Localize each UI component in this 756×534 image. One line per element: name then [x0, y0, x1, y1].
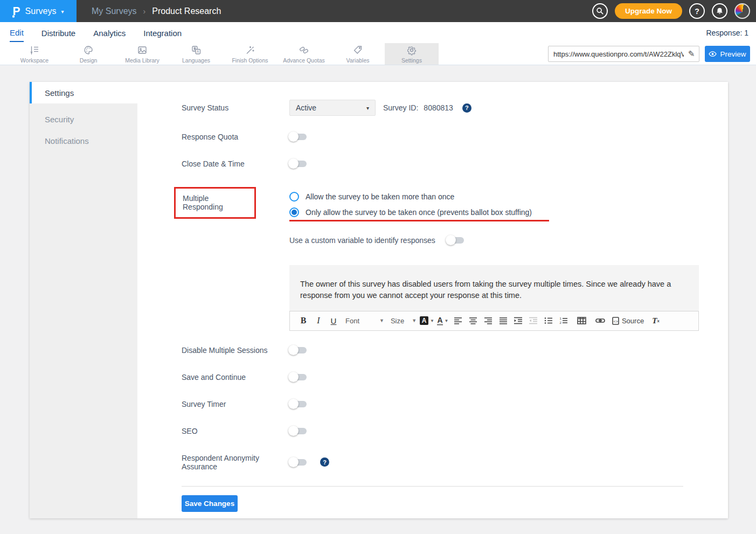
survey-status-select[interactable]: Active ▾	[289, 100, 376, 116]
response-quota-label: Response Quota	[182, 133, 289, 141]
questionpro-logo-icon: P	[13, 5, 20, 17]
multiple-responding-annotation-box: Multiple Responding	[174, 187, 256, 219]
save-changes-button[interactable]: Save Changes	[182, 495, 238, 512]
custom-variable-row: Use a custom variable to identify respon…	[289, 236, 728, 245]
respondent-anonymity-toggle[interactable]	[289, 459, 307, 466]
tool-tab-variables[interactable]: Variables	[331, 43, 385, 65]
justify-button[interactable]	[497, 314, 510, 328]
tool-tab-settings[interactable]: Settings	[385, 43, 439, 65]
design-palette-icon	[83, 45, 94, 56]
insert-link-icon[interactable]	[594, 314, 607, 328]
ballot-box-message-editor: The owner of this survey has disabled us…	[289, 265, 699, 331]
background-color-button[interactable]: A ▼	[420, 314, 434, 328]
respondent-anonymity-label: Respondent Anonymity Assurance	[182, 454, 289, 471]
numbered-list-button[interactable]: 12	[557, 314, 570, 328]
tab-distribute[interactable]: Distribute	[41, 24, 75, 41]
tool-tab-workspace[interactable]: Workspace	[8, 43, 61, 65]
size-dropdown[interactable]: Size ▼	[390, 314, 418, 328]
help-button[interactable]: ?	[689, 3, 705, 19]
decrease-indent-button[interactable]	[527, 314, 540, 328]
increase-indent-button[interactable]	[512, 314, 525, 328]
chevron-down-icon: ▼	[445, 318, 449, 323]
question-mark-icon: ?	[695, 7, 699, 16]
bold-button[interactable]: B	[297, 314, 310, 328]
sidebar-item-label: Notifications	[45, 136, 89, 145]
survey-nav: Edit Distribute Analytics Integration Re…	[0, 22, 756, 43]
survey-timer-row: Survey Timer	[182, 400, 728, 408]
survey-id-help-icon[interactable]: ?	[462, 103, 471, 113]
align-center-button[interactable]	[467, 314, 480, 328]
response-quota-toggle[interactable]	[289, 134, 307, 140]
font-dropdown[interactable]: Font ▼	[342, 314, 387, 328]
background-color-icon: A	[420, 316, 428, 325]
response-quota-row: Response Quota	[182, 133, 728, 141]
tool-tab-finish-options[interactable]: Finish Options	[223, 43, 277, 65]
chevron-down-icon: ▼	[379, 318, 384, 323]
remove-format-button[interactable]: Tx	[649, 314, 662, 328]
preview-button[interactable]: Preview	[705, 46, 750, 62]
workspace-icon	[29, 45, 40, 56]
media-library-icon	[137, 45, 148, 56]
tab-edit[interactable]: Edit	[10, 23, 24, 42]
seo-label: SEO	[182, 427, 289, 435]
bullet-list-button[interactable]	[542, 314, 555, 328]
custom-variable-toggle[interactable]	[447, 237, 464, 244]
radio-option-label: Only allow the survey to be taken once (…	[306, 208, 532, 217]
sidebar-rest: Security Notifications	[30, 103, 137, 518]
search-icon	[596, 7, 604, 15]
editor-message-area[interactable]: The owner of this survey has disabled us…	[289, 265, 699, 311]
settings-content: Survey Status Active ▾ Survey ID: 808081…	[137, 82, 728, 518]
radio-option-more-than-once[interactable]: Allow the survey to be taken more than o…	[289, 192, 549, 202]
tab-integration[interactable]: Integration	[143, 24, 182, 41]
response-count[interactable]: Response: 1	[706, 29, 748, 37]
close-date-toggle[interactable]	[289, 161, 307, 167]
underline-button[interactable]: U	[327, 314, 340, 328]
product-switcher[interactable]: P Surveys ▾	[0, 0, 77, 22]
survey-id-label: Survey ID:	[383, 103, 418, 112]
user-avatar[interactable]	[734, 3, 750, 19]
tab-analytics[interactable]: Analytics	[93, 24, 126, 41]
multiple-responding-label: Multiple Responding	[183, 194, 223, 211]
survey-id-value: 8080813	[424, 103, 453, 112]
respondent-anonymity-help-icon[interactable]: ?	[320, 457, 329, 467]
insert-table-button[interactable]	[575, 314, 588, 328]
align-right-button[interactable]	[482, 314, 495, 328]
tool-tab-advance-quotas[interactable]: Advance Quotas	[277, 43, 331, 65]
disable-multiple-sessions-toggle[interactable]	[289, 347, 307, 353]
search-button[interactable]	[592, 3, 608, 19]
top-header: P Surveys ▾ My Surveys › Product Researc…	[0, 0, 756, 22]
header-actions: Upgrade Now ?	[592, 3, 750, 19]
seo-toggle[interactable]	[289, 428, 307, 434]
respondent-anonymity-row: Respondent Anonymity Assurance ?	[182, 454, 728, 471]
radio-selected-icon[interactable]	[289, 207, 299, 217]
breadcrumb-my-surveys[interactable]: My Surveys	[92, 6, 137, 16]
align-left-button[interactable]	[452, 314, 464, 328]
survey-timer-toggle[interactable]	[289, 401, 307, 407]
tool-tab-design[interactable]: Design	[61, 43, 115, 65]
survey-url-group: https://www.questionpro.com/t/AW22ZklqV …	[548, 46, 699, 62]
survey-url-input[interactable]: https://www.questionpro.com/t/AW22ZklqV	[549, 50, 684, 58]
radio-option-label: Allow the survey to be taken more than o…	[306, 192, 454, 201]
sidebar-item-security[interactable]: Security	[30, 108, 137, 130]
italic-button[interactable]: I	[312, 314, 325, 328]
size-dropdown-label: Size	[391, 317, 404, 325]
save-and-continue-toggle[interactable]	[289, 374, 307, 380]
edit-url-pencil-icon[interactable]: ✎	[684, 49, 699, 59]
source-button[interactable]: <> Source	[612, 314, 644, 328]
upgrade-now-button[interactable]: Upgrade Now	[615, 3, 682, 19]
tool-tab-label: Finish Options	[232, 57, 268, 64]
sidebar-item-notifications[interactable]: Notifications	[30, 130, 137, 151]
text-color-icon: A	[437, 316, 442, 326]
sidebar-item-settings[interactable]: Settings	[30, 82, 137, 103]
notifications-button[interactable]	[712, 3, 727, 19]
text-color-button[interactable]: A ▼	[436, 314, 449, 328]
breadcrumb-current-survey: Product Research	[152, 6, 221, 16]
radio-unselected-icon[interactable]	[289, 192, 299, 202]
tool-tab-media-library[interactable]: Media Library	[115, 43, 169, 65]
seo-row: SEO	[182, 427, 728, 435]
svg-text:2: 2	[559, 321, 561, 324]
radio-option-only-once[interactable]: Only allow the survey to be taken once (…	[289, 207, 549, 217]
survey-status-label: Survey Status	[182, 103, 289, 112]
product-name: Surveys	[25, 6, 57, 16]
tool-tab-languages[interactable]: A Languages	[169, 43, 223, 65]
